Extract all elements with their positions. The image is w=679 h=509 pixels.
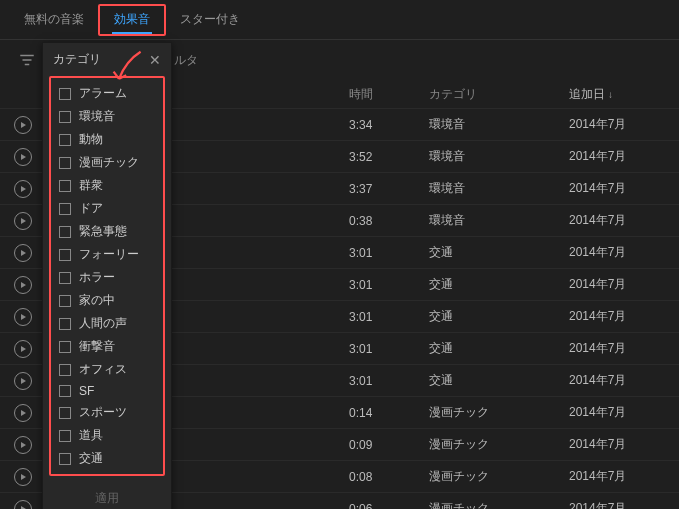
category-option-label: オフィス bbox=[79, 361, 127, 378]
play-icon[interactable] bbox=[14, 436, 32, 454]
cell-time: 0:06 bbox=[349, 502, 429, 510]
cell-category: 環境音 bbox=[429, 180, 569, 197]
cell-time: 0:38 bbox=[349, 214, 429, 228]
play-icon[interactable] bbox=[14, 468, 32, 486]
play-icon[interactable] bbox=[14, 180, 32, 198]
col-time[interactable]: 時間 bbox=[349, 86, 429, 103]
apply-button[interactable]: 適用 bbox=[43, 482, 171, 509]
tab-free-music[interactable]: 無料の音楽 bbox=[10, 0, 98, 40]
cell-time: 3:34 bbox=[349, 118, 429, 132]
cell-category: 交通 bbox=[429, 340, 569, 357]
checkbox-icon[interactable] bbox=[59, 272, 71, 284]
checkbox-icon[interactable] bbox=[59, 476, 71, 477]
play-icon[interactable] bbox=[14, 212, 32, 230]
category-option-label: 漫画チック bbox=[79, 154, 139, 171]
category-option-label: 道具 bbox=[79, 427, 103, 444]
cell-time: 3:01 bbox=[349, 310, 429, 324]
cell-date: 2014年7月 bbox=[569, 468, 669, 485]
tab-label: 無料の音楽 bbox=[24, 11, 84, 28]
col-date[interactable]: 追加日↓ bbox=[569, 86, 669, 103]
cell-category: 漫画チック bbox=[429, 500, 569, 509]
category-option[interactable]: 交通 bbox=[51, 447, 163, 470]
play-icon[interactable] bbox=[14, 404, 32, 422]
cell-category: 交通 bbox=[429, 276, 569, 293]
checkbox-icon[interactable] bbox=[59, 111, 71, 123]
cell-date: 2014年7月 bbox=[569, 116, 669, 133]
category-option[interactable]: 家の中 bbox=[51, 289, 163, 312]
cell-time: 3:01 bbox=[349, 246, 429, 260]
checkbox-icon[interactable] bbox=[59, 249, 71, 261]
cell-category: 環境音 bbox=[429, 148, 569, 165]
cell-date: 2014年7月 bbox=[569, 372, 669, 389]
cell-time: 0:09 bbox=[349, 438, 429, 452]
category-option-label: 緊急事態 bbox=[79, 223, 127, 240]
category-option[interactable]: 水 bbox=[51, 470, 163, 476]
category-option[interactable]: 道具 bbox=[51, 424, 163, 447]
category-option[interactable]: 緊急事態 bbox=[51, 220, 163, 243]
play-icon[interactable] bbox=[14, 372, 32, 390]
checkbox-icon[interactable] bbox=[59, 88, 71, 100]
cell-time: 3:01 bbox=[349, 374, 429, 388]
checkbox-icon[interactable] bbox=[59, 157, 71, 169]
category-option[interactable]: フォーリー bbox=[51, 243, 163, 266]
category-option-label: ホラー bbox=[79, 269, 115, 286]
cell-category: 環境音 bbox=[429, 212, 569, 229]
category-option[interactable]: アラーム bbox=[51, 82, 163, 105]
play-icon[interactable] bbox=[14, 500, 32, 510]
tab-bar: 無料の音楽 効果音 スター付き bbox=[0, 0, 679, 40]
tab-sound-effects[interactable]: 効果音 bbox=[98, 4, 166, 36]
category-option[interactable]: スポーツ bbox=[51, 401, 163, 424]
play-icon[interactable] bbox=[14, 340, 32, 358]
category-option[interactable]: SF bbox=[51, 381, 163, 401]
play-icon[interactable] bbox=[14, 244, 32, 262]
cell-category: 漫画チック bbox=[429, 404, 569, 421]
checkbox-icon[interactable] bbox=[59, 430, 71, 442]
close-icon[interactable]: ✕ bbox=[149, 52, 161, 68]
checkbox-icon[interactable] bbox=[59, 203, 71, 215]
category-option[interactable]: 群衆 bbox=[51, 174, 163, 197]
cell-category: 漫画チック bbox=[429, 436, 569, 453]
checkbox-icon[interactable] bbox=[59, 341, 71, 353]
category-option-label: 交通 bbox=[79, 450, 103, 467]
checkbox-icon[interactable] bbox=[59, 453, 71, 465]
checkbox-icon[interactable] bbox=[59, 318, 71, 330]
play-icon[interactable] bbox=[14, 116, 32, 134]
checkbox-icon[interactable] bbox=[59, 134, 71, 146]
filter-icon[interactable] bbox=[18, 51, 36, 69]
category-option[interactable]: ドア bbox=[51, 197, 163, 220]
play-icon[interactable] bbox=[14, 148, 32, 166]
category-option-label: 動物 bbox=[79, 131, 103, 148]
category-option[interactable]: オフィス bbox=[51, 358, 163, 381]
play-icon[interactable] bbox=[14, 276, 32, 294]
checkbox-icon[interactable] bbox=[59, 385, 71, 397]
checkbox-icon[interactable] bbox=[59, 295, 71, 307]
category-filter-panel: カテゴリ ✕ アラーム環境音動物漫画チック群衆ドア緊急事態フォーリーホラー家の中… bbox=[42, 42, 172, 509]
category-option-label: スポーツ bbox=[79, 404, 127, 421]
category-option-label: 人間の声 bbox=[79, 315, 127, 332]
checkbox-icon[interactable] bbox=[59, 180, 71, 192]
category-option-label: 群衆 bbox=[79, 177, 103, 194]
cell-date: 2014年7月 bbox=[569, 244, 669, 261]
cell-date: 2014年7月 bbox=[569, 180, 669, 197]
category-option-label: ドア bbox=[79, 200, 103, 217]
category-option-label: フォーリー bbox=[79, 246, 139, 263]
tab-label: スター付き bbox=[180, 11, 240, 28]
cell-date: 2014年7月 bbox=[569, 340, 669, 357]
sort-desc-icon: ↓ bbox=[608, 89, 613, 100]
category-option[interactable]: 動物 bbox=[51, 128, 163, 151]
category-option[interactable]: 環境音 bbox=[51, 105, 163, 128]
category-option[interactable]: ホラー bbox=[51, 266, 163, 289]
category-option-label: SF bbox=[79, 384, 94, 398]
cell-category: 漫画チック bbox=[429, 468, 569, 485]
checkbox-icon[interactable] bbox=[59, 226, 71, 238]
tab-starred[interactable]: スター付き bbox=[166, 0, 254, 40]
cell-date: 2014年7月 bbox=[569, 436, 669, 453]
category-list[interactable]: アラーム環境音動物漫画チック群衆ドア緊急事態フォーリーホラー家の中人間の声衝撃音… bbox=[49, 76, 165, 476]
play-icon[interactable] bbox=[14, 308, 32, 326]
col-category[interactable]: カテゴリ bbox=[429, 86, 569, 103]
category-option[interactable]: 人間の声 bbox=[51, 312, 163, 335]
checkbox-icon[interactable] bbox=[59, 364, 71, 376]
category-option[interactable]: 衝撃音 bbox=[51, 335, 163, 358]
checkbox-icon[interactable] bbox=[59, 407, 71, 419]
category-option[interactable]: 漫画チック bbox=[51, 151, 163, 174]
